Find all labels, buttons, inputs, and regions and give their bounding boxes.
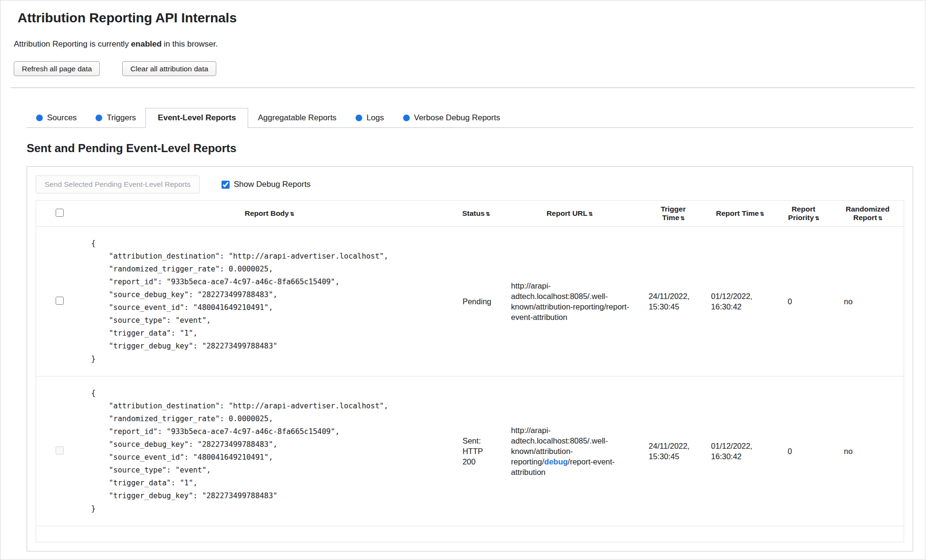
select-all-cell <box>36 201 84 227</box>
report-status: Sent: HTTP 200 <box>455 377 497 526</box>
column-header-report-body[interactable]: Report Body⇅ <box>84 201 455 227</box>
page-toolbar: Refresh all page data Clear all attribut… <box>14 61 912 76</box>
randomized-report: no <box>831 227 904 377</box>
clear-all-button[interactable]: Clear all attribution data <box>122 61 216 76</box>
show-debug-label: Show Debug Reports <box>234 180 311 189</box>
tab-event-level-reports-label: Event-Level Reports <box>158 113 236 123</box>
reports-table: Report Body⇅ Status⇅ Report URL⇅ Trigger… <box>36 200 904 542</box>
report-url-prefix: http://arapi-adtech.localhost:8085/.well… <box>511 281 608 311</box>
tab-logs-label: Logs <box>367 113 384 123</box>
row-checkbox[interactable] <box>56 297 64 305</box>
sort-icon: ⇅ <box>680 215 684 221</box>
table-header-row: Report Body⇅ Status⇅ Report URL⇅ Trigger… <box>36 201 904 227</box>
row-checkbox-cell <box>36 377 84 526</box>
status-prefix: Attribution Reporting is currently <box>14 39 131 48</box>
status-suffix: in this browser. <box>162 39 218 48</box>
page-title: Attribution Reporting API Internals <box>18 10 912 26</box>
tab-logs[interactable]: Logs <box>346 108 394 127</box>
report-status: Pending <box>455 227 497 377</box>
sort-icon: ⇅ <box>815 215 819 221</box>
report-row-sent: { "attribution_destination": "http://ara… <box>36 377 904 526</box>
report-priority: 0 <box>775 227 831 377</box>
report-body-cell: { "attribution_destination": "http://ara… <box>84 227 455 377</box>
divider <box>11 87 915 88</box>
report-body-cell: { "attribution_destination": "http://ara… <box>84 377 455 526</box>
tab-sources[interactable]: Sources <box>27 108 86 127</box>
column-header-status[interactable]: Status⇅ <box>455 201 497 227</box>
trigger-time: 24/11/2022, 15:30:45 <box>642 227 704 377</box>
column-header-report-time[interactable]: Report Time⇅ <box>704 201 775 227</box>
sort-icon: ⇅ <box>588 211 592 217</box>
column-header-report-priority[interactable]: Report Priority⇅ <box>775 201 831 227</box>
randomized-report: no <box>831 377 904 526</box>
reports-panel: Send Selected Pending Event-Level Report… <box>27 166 913 551</box>
status-enabled: enabled <box>131 39 162 48</box>
sources-status-dot-icon <box>36 115 43 121</box>
report-priority: 0 <box>775 377 831 526</box>
column-header-report-url[interactable]: Report URL⇅ <box>497 201 642 227</box>
report-url: http://arapi-adtech.localhost:8085/.well… <box>497 227 642 377</box>
report-body-json: { "attribution_destination": "http://ara… <box>91 387 451 515</box>
status-text: Attribution Reporting is currently enabl… <box>14 39 912 49</box>
tab-aggregatable-reports[interactable]: Aggregatable Reports <box>248 108 346 127</box>
refresh-all-button[interactable]: Refresh all page data <box>14 61 100 76</box>
tab-triggers[interactable]: Triggers <box>86 108 145 127</box>
tab-triggers-label: Triggers <box>106 113 136 123</box>
tab-event-level-reports[interactable]: Event-Level Reports <box>145 108 248 128</box>
send-selected-button[interactable]: Send Selected Pending Event-Level Report… <box>36 175 200 193</box>
tab-verbose-debug-reports[interactable]: Verbose Debug Reports <box>394 108 510 127</box>
tab-sources-label: Sources <box>47 113 77 123</box>
logs-status-dot-icon <box>356 115 362 121</box>
sort-icon: ⇅ <box>760 211 763 217</box>
report-time: 01/12/2022, 16:30:42 <box>704 377 775 526</box>
report-row-pending: { "attribution_destination": "http://ara… <box>36 227 904 377</box>
triggers-status-dot-icon <box>96 115 102 121</box>
attribution-internals-page: Attribution Reporting API Internals Attr… <box>0 0 926 560</box>
tab-verbose-debug-reports-label: Verbose Debug Reports <box>414 113 500 123</box>
row-checkbox-disabled <box>56 446 64 454</box>
show-debug-toggle[interactable]: Show Debug Reports <box>222 180 311 189</box>
report-url: http://arapi-adtech.localhost:8085/.well… <box>497 377 642 526</box>
column-header-randomized-report[interactable]: Randomized Report⇅ <box>831 201 904 227</box>
table-footer <box>36 526 904 542</box>
panel-toolbar: Send Selected Pending Event-Level Report… <box>36 175 904 193</box>
select-all-checkbox[interactable] <box>56 209 64 217</box>
row-checkbox-cell <box>36 227 84 377</box>
tab-aggregatable-reports-label: Aggregatable Reports <box>258 113 336 123</box>
sort-icon: ⇅ <box>878 215 882 221</box>
report-body-json: { "attribution_destination": "http://ara… <box>91 237 451 366</box>
sort-icon: ⇅ <box>290 211 294 217</box>
debug-path-highlight: debug <box>544 457 568 466</box>
column-header-trigger-time[interactable]: Trigger Time⇅ <box>642 201 704 227</box>
section-heading: Sent and Pending Event-Level Reports <box>27 141 912 155</box>
sort-icon: ⇅ <box>486 211 490 217</box>
show-debug-checkbox[interactable] <box>222 181 230 189</box>
report-time: 01/12/2022, 16:30:42 <box>704 227 775 377</box>
table-footer-cell <box>36 526 904 542</box>
tab-bar: Sources Triggers Event-Level Reports Agg… <box>27 108 913 128</box>
trigger-time: 24/11/2022, 15:30:45 <box>642 377 704 526</box>
verbose-debug-status-dot-icon <box>403 115 410 121</box>
